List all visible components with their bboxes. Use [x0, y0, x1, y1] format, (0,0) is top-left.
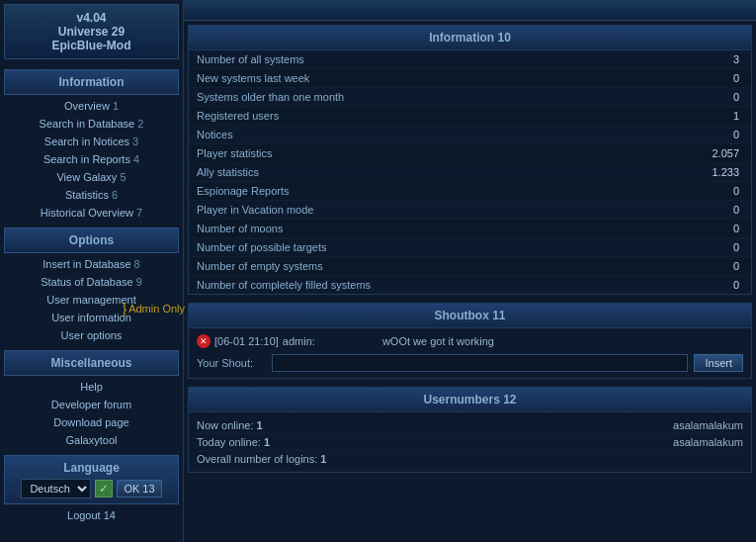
- usernum-label: Now online: 1: [197, 419, 263, 431]
- shout-input[interactable]: [272, 354, 688, 372]
- admin-label: Admin Only: [128, 303, 185, 315]
- info-table-row: Number of possible targets 0: [189, 238, 751, 257]
- info-row-value: 2.057: [639, 144, 751, 163]
- language-ok-button[interactable]: OK 13: [117, 480, 161, 497]
- info-row-label: Registered users: [189, 107, 639, 126]
- sidebar: v4.04 Universe 29 EpicBlue-Mod Informati…: [0, 0, 183, 542]
- usernum-bold: 1: [257, 419, 263, 431]
- info-row-value: 0: [639, 88, 751, 107]
- top-bar: [184, 0, 756, 21]
- shoutbox-header: Shoutbox 11: [189, 304, 751, 328]
- shout-timestamp: [06-01 21:10]: [214, 335, 279, 347]
- shout-spacer: [319, 335, 378, 347]
- info-row-value: 0: [639, 276, 751, 295]
- usernum-row: Now online: 1asalamalakum: [197, 417, 743, 434]
- info-row-value: 0: [639, 69, 751, 88]
- info-row-value: 1.233: [639, 163, 751, 182]
- main-content: Information 10 Number of all systems 3 N…: [183, 0, 756, 542]
- shout-message: ✕ [06-01 21:10] admin: wOOt we got it wo…: [197, 334, 743, 348]
- nav-item-statistics[interactable]: Statistics 6: [0, 186, 183, 204]
- info-table-row: Player in Vacation mode 0: [189, 201, 751, 220]
- usernum-bold: 1: [320, 453, 326, 465]
- nav-item-help[interactable]: Help: [0, 378, 183, 396]
- info-row-label: Systems older than one month: [189, 88, 639, 107]
- info-row-label: Player statistics: [189, 144, 639, 163]
- mod-label: EpicBlue-Mod: [9, 39, 174, 52]
- info-row-label: Player in Vacation mode: [189, 201, 639, 220]
- miscellaneous-header: Miscellaneous: [4, 350, 179, 376]
- usernumbers-header: Usernumbers 12: [189, 388, 751, 412]
- universe-label: Universe 29: [9, 25, 174, 39]
- nav-item-search-db2[interactable]: Search in Database 2: [0, 115, 183, 133]
- shout-user: admin:: [283, 335, 315, 347]
- usernum-label: Overall number of logins: 1: [197, 453, 326, 465]
- usernum-row: Today online: 1asalamalakum: [197, 434, 743, 451]
- logout-button[interactable]: Logout 14: [0, 506, 183, 524]
- information-panel: Information 10 Number of all systems 3 N…: [188, 25, 752, 295]
- nav-item-search-reports[interactable]: Search in Reports 4: [0, 150, 183, 168]
- info-row-value: 3: [639, 50, 751, 69]
- info-table-row: Espionage Reports 0: [189, 182, 751, 201]
- nav-item-view-galaxy[interactable]: View Galaxy 5: [0, 168, 183, 186]
- usernum-bold: 1: [264, 436, 270, 448]
- shoutbox-panel: Shoutbox 11 ✕ [06-01 21:10] admin: wOOt …: [188, 303, 752, 379]
- shout-icon: ✕: [197, 334, 210, 348]
- info-table-row: Systems older than one month 0: [189, 88, 751, 107]
- nav-item-search-notices[interactable]: Search in Notices 3: [0, 133, 183, 150]
- admin-section: User management User information User op…: [0, 291, 183, 344]
- your-shout-label: Your Shout:: [197, 357, 266, 369]
- admin-annotation: } Admin Only: [122, 293, 185, 316]
- nav-item-overview-label: Overview 1: [64, 100, 119, 112]
- info-table-row: Number of all systems 3: [189, 50, 751, 69]
- language-box: Language Deutsch ✓ OK 13: [4, 455, 179, 504]
- language-header: Language: [9, 461, 174, 475]
- info-row-label: Number of completely filled systems: [189, 276, 639, 295]
- information-table: Number of all systems 3 New systems last…: [189, 50, 751, 294]
- nav-item-insert-db[interactable]: Insert in Database 8: [0, 255, 183, 273]
- usernum-user: asalamalakum: [673, 436, 743, 448]
- info-row-label: Notices: [189, 126, 639, 144]
- info-row-label: Ally statistics: [189, 163, 639, 182]
- usernum-row: Overall number of logins: 1: [197, 451, 743, 467]
- nav-item-historical-overview[interactable]: Historical Overview 7: [0, 204, 183, 222]
- info-row-label: Number of empty systems: [189, 257, 639, 276]
- information-header: Information: [4, 69, 179, 95]
- info-row-label: New systems last week: [189, 69, 639, 88]
- nav-item-status-db[interactable]: Status of Database 9: [0, 273, 183, 291]
- usernum-user: asalamalakum: [673, 419, 743, 431]
- insert-button[interactable]: Insert: [694, 354, 743, 372]
- info-table-row: Number of completely filled systems 0: [189, 276, 751, 295]
- info-row-label: Espionage Reports: [189, 182, 639, 201]
- info-row-label: Number of all systems: [189, 50, 639, 69]
- info-table-row: Number of empty systems 0: [189, 257, 751, 276]
- language-select[interactable]: Deutsch: [21, 479, 91, 498]
- usernumbers-panel: Usernumbers 12 Now online: 1asalamalakum…: [188, 387, 752, 473]
- information-panel-header: Information 10: [189, 26, 751, 50]
- info-row-value: 0: [639, 220, 751, 238]
- info-row-label: Number of possible targets: [189, 238, 639, 257]
- info-table-row: Ally statistics 1.233: [189, 163, 751, 182]
- shout-text: wOOt we got it working: [382, 335, 494, 347]
- options-header: Options: [4, 227, 179, 253]
- language-checkbox[interactable]: ✓: [95, 480, 113, 497]
- nav-item-galaxytool[interactable]: Galaxytool: [0, 431, 183, 449]
- usernum-label: Today online: 1: [197, 436, 270, 448]
- info-row-label: Number of moons: [189, 220, 639, 238]
- info-table-row: Notices 0: [189, 126, 751, 144]
- info-row-value: 0: [639, 257, 751, 276]
- info-table-row: New systems last week 0: [189, 69, 751, 88]
- info-table-row: Number of moons 0: [189, 220, 751, 238]
- nav-item-developer-forum[interactable]: Developer forum: [0, 396, 183, 413]
- top-bar-text: [468, 4, 471, 16]
- version-box: v4.04 Universe 29 EpicBlue-Mod: [4, 4, 179, 59]
- version-label: v4.04: [9, 11, 174, 25]
- nav-item-overview[interactable]: Overview 1: [0, 97, 183, 115]
- nav-item-user-options[interactable]: User options: [0, 326, 183, 344]
- nav-item-download-page[interactable]: Download page: [0, 413, 183, 431]
- info-table-row: Registered users 1: [189, 107, 751, 126]
- info-row-value: 0: [639, 182, 751, 201]
- shout-input-row: Your Shout: Insert: [197, 354, 743, 372]
- info-row-value: 0: [639, 238, 751, 257]
- info-row-value: 0: [639, 126, 751, 144]
- info-table-row: Player statistics 2.057: [189, 144, 751, 163]
